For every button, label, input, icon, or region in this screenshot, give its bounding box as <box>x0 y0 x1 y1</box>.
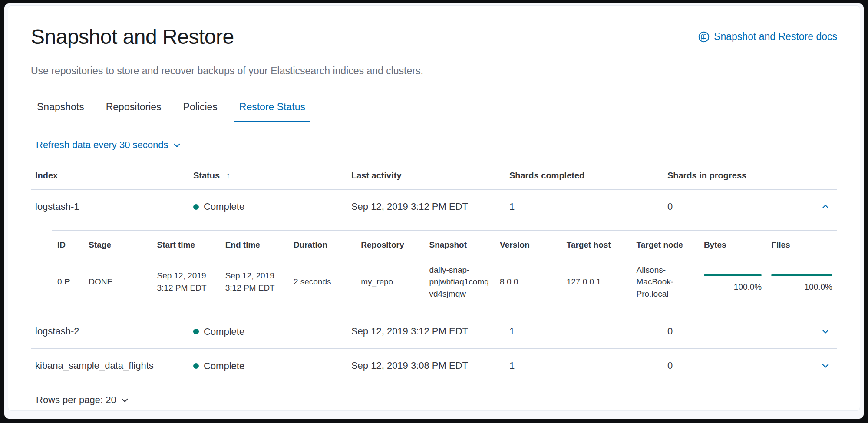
cell-status: Complete <box>189 314 347 349</box>
detail-cell-snapshot: daily-snap-pnjwbfiaq1comqvd4sjmqw <box>424 257 495 307</box>
expand-row-button[interactable] <box>818 358 833 373</box>
column-header-shards-completed: Shards completed <box>505 164 663 190</box>
status-dot-icon <box>193 204 199 210</box>
cell-shards-in-progress: 0 <box>663 349 810 383</box>
tab-repositories[interactable]: Repositories <box>101 97 167 122</box>
screenshot-frame: Snapshot and Restore Snapshot and Restor… <box>0 0 868 423</box>
detail-column-target-host: Target host <box>561 231 631 257</box>
cell-status: Complete <box>189 349 347 383</box>
shard-details-table: ID Stage Start time End time Duration Re… <box>52 231 837 307</box>
rows-per-page-button[interactable]: Rows per page: 20 <box>36 394 129 406</box>
column-header-expand <box>810 164 837 190</box>
cell-expand <box>810 190 837 224</box>
detail-cell-id: 0P <box>52 257 83 307</box>
column-header-status[interactable]: Status ↑ <box>189 164 347 190</box>
expanded-detail-row: ID Stage Start time End time Duration Re… <box>31 224 837 315</box>
cell-last-activity: Sep 12, 2019 3:12 PM EDT <box>347 314 505 349</box>
cell-expand <box>810 314 837 349</box>
detail-cell-target-host: 127.0.0.1 <box>561 257 631 307</box>
primary-shard-flag: P <box>65 277 70 286</box>
tab-snapshots[interactable]: Snapshots <box>32 97 89 122</box>
cell-last-activity: Sep 12, 2019 3:12 PM EDT <box>347 190 505 224</box>
table-row-logstash-1: logstash-1 Complete Sep 12, 2019 3:12 PM… <box>31 190 837 224</box>
cell-shards-completed: 1 <box>505 314 663 349</box>
bytes-percent: 100.0% <box>704 281 762 293</box>
cell-shards-in-progress: 0 <box>663 314 810 349</box>
cell-last-activity: Sep 12, 2019 3:08 PM EDT <box>347 349 505 383</box>
status-dot-icon <box>193 363 199 369</box>
chevron-down-icon <box>821 361 830 370</box>
detail-cell-target-node: Alisons-MacBook-Pro.local <box>631 257 699 307</box>
cell-shards-in-progress: 0 <box>663 190 810 224</box>
cell-shards-completed: 1 <box>505 349 663 383</box>
page-title: Snapshot and Restore <box>31 25 234 49</box>
shard-details-panel: ID Stage Start time End time Duration Re… <box>52 230 837 307</box>
cell-shards-completed: 1 <box>505 190 663 224</box>
status-label: Complete <box>204 200 244 213</box>
page-header: Snapshot and Restore Snapshot and Restor… <box>31 25 837 49</box>
column-header-status-label: Status <box>193 171 220 180</box>
column-header-index: Index <box>31 164 189 190</box>
cell-index: logstash-2 <box>31 314 189 349</box>
cell-index: kibana_sample_data_flights <box>31 349 189 383</box>
chevron-down-icon <box>120 396 129 405</box>
files-progress-bar <box>771 274 832 276</box>
detail-column-start-time: Start time <box>152 231 220 257</box>
detail-cell-bytes: 100.0% <box>699 257 766 307</box>
sort-ascending-icon: ↑ <box>226 171 231 180</box>
expand-row-button[interactable] <box>818 324 833 339</box>
docs-link[interactable]: Snapshot and Restore docs <box>698 31 837 43</box>
refresh-interval-label: Refresh data every 30 seconds <box>36 139 168 151</box>
bytes-progress-bar <box>704 274 762 276</box>
detail-cell-files: 100.0% <box>766 257 837 307</box>
table-row-kibana-sample-data-flights: kibana_sample_data_flights Complete Sep … <box>31 349 837 383</box>
column-header-shards-in-progress: Shards in progress <box>663 164 810 190</box>
collapse-row-button[interactable] <box>818 199 833 214</box>
tab-policies[interactable]: Policies <box>178 97 223 122</box>
table-header-row: Index Status ↑ Last activity Shards comp… <box>31 164 837 190</box>
status-label: Complete <box>204 360 244 373</box>
tab-restore-status[interactable]: Restore Status <box>234 97 310 122</box>
files-percent: 100.0% <box>771 281 832 293</box>
chevron-down-icon <box>172 141 182 150</box>
cell-index: logstash-1 <box>31 190 189 224</box>
restore-status-table: Index Status ↑ Last activity Shards comp… <box>31 164 837 383</box>
snapshot-restore-panel: Snapshot and Restore Snapshot and Restor… <box>8 5 860 411</box>
column-header-last-activity: Last activity <box>347 164 505 190</box>
detail-column-files: Files <box>766 231 837 257</box>
shard-id: 0 <box>57 277 62 286</box>
table-row-logstash-2: logstash-2 Complete Sep 12, 2019 3:12 PM… <box>31 314 837 349</box>
detail-header-row: ID Stage Start time End time Duration Re… <box>52 231 837 257</box>
detail-cell-end-time: Sep 12, 2019 3:12 PM EDT <box>220 257 288 307</box>
detail-column-id: ID <box>52 231 83 257</box>
status-dot-icon <box>193 329 199 334</box>
docs-link-label: Snapshot and Restore docs <box>714 31 837 43</box>
chevron-up-icon <box>821 202 830 212</box>
detail-column-repository: Repository <box>356 231 424 257</box>
shard-detail-row: 0P DONE Sep 12, 2019 3:12 PM EDT Sep 12,… <box>52 257 837 307</box>
detail-cell-start-time: Sep 12, 2019 3:12 PM EDT <box>152 257 220 307</box>
detail-cell-version: 8.0.0 <box>495 257 561 307</box>
page-subtitle: Use repositories to store and recover ba… <box>31 64 837 78</box>
refresh-interval-button[interactable]: Refresh data every 30 seconds <box>36 139 182 151</box>
documentation-icon <box>698 31 710 43</box>
detail-column-duration: Duration <box>288 231 356 257</box>
detail-column-snapshot: Snapshot <box>424 231 495 257</box>
detail-column-bytes: Bytes <box>699 231 766 257</box>
detail-cell-stage: DONE <box>83 257 152 307</box>
chevron-down-icon <box>821 327 830 336</box>
tab-bar: Snapshots Repositories Policies Restore … <box>32 97 837 122</box>
page-background: Snapshot and Restore Snapshot and Restor… <box>4 3 864 419</box>
rows-per-page-label: Rows per page: 20 <box>36 394 116 406</box>
detail-column-end-time: End time <box>220 231 288 257</box>
detail-cell-repository: my_repo <box>356 257 424 307</box>
detail-column-version: Version <box>495 231 561 257</box>
detail-cell-duration: 2 seconds <box>288 257 356 307</box>
detail-column-target-node: Target node <box>631 231 699 257</box>
cell-expand <box>810 349 837 383</box>
status-label: Complete <box>204 325 244 338</box>
cell-status: Complete <box>189 190 347 224</box>
detail-column-stage: Stage <box>83 231 152 257</box>
